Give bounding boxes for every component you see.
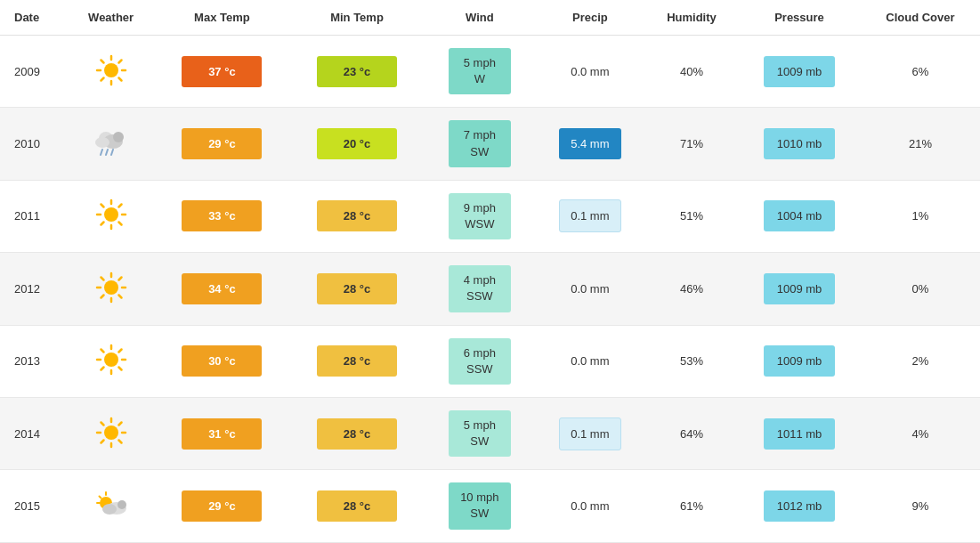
precip-value: 5.4 mm xyxy=(559,128,621,159)
table-row: 2013 30 °c28 °c6 mphSSW0.0 mm53%1009 mb2… xyxy=(0,325,980,397)
column-header-cloud-cover: Cloud Cover xyxy=(861,0,980,36)
max-temp-value: 33 °c xyxy=(182,200,262,231)
weather-icon-cell xyxy=(68,180,155,252)
max-temp-value: 37 °c xyxy=(182,56,262,87)
min-temp-value: 23 °c xyxy=(317,56,397,87)
humidity-cell: 64% xyxy=(645,397,738,469)
max-temp-cell: 34 °c xyxy=(155,253,290,325)
weather-icon xyxy=(95,220,127,233)
max-temp-value: 29 °c xyxy=(182,490,262,522)
weather-icon xyxy=(95,365,127,378)
column-header-date: Date xyxy=(0,0,68,36)
pressure-cell: 1010 mb xyxy=(738,108,861,180)
min-temp-value: 28 °c xyxy=(317,345,397,377)
cloud-cover-cell: 21% xyxy=(861,108,980,180)
humidity-cell: 71% xyxy=(645,108,738,180)
min-temp-cell: 28 °c xyxy=(289,180,425,252)
max-temp-value: 31 °c xyxy=(182,418,262,450)
column-header-min-temp: Min Temp xyxy=(289,0,425,36)
svg-point-16 xyxy=(104,207,118,222)
weather-icon xyxy=(93,148,129,161)
pressure-cell: 1009 mb xyxy=(738,325,861,397)
pressure-cell: 1004 mb xyxy=(738,180,861,252)
min-temp-cell: 28 °c xyxy=(289,253,425,325)
weather-icon xyxy=(93,510,129,523)
year-cell: 2012 xyxy=(0,253,68,325)
svg-line-48 xyxy=(101,422,103,425)
precip-cell: 0.0 mm xyxy=(535,325,645,397)
year-cell: 2011 xyxy=(0,180,68,252)
max-temp-cell: 37 °c xyxy=(155,36,290,108)
wind-cell: 9 mphWSW xyxy=(425,180,535,252)
svg-line-50 xyxy=(118,422,121,425)
wind-value: 9 mphWSW xyxy=(449,193,511,239)
weather-icon xyxy=(95,76,127,89)
max-temp-cell: 33 °c xyxy=(155,180,290,252)
pressure-value: 1009 mb xyxy=(764,56,835,87)
weather-icon xyxy=(95,438,127,451)
wind-cell: 10 mphSW xyxy=(425,470,535,542)
cloud-cover-cell: 6% xyxy=(861,36,980,108)
column-header-weather: Weather xyxy=(68,0,155,36)
max-temp-value: 30 °c xyxy=(182,345,262,377)
svg-line-40 xyxy=(118,368,121,370)
year-cell: 2010 xyxy=(0,108,68,180)
svg-line-21 xyxy=(101,205,103,207)
min-temp-value: 28 °c xyxy=(317,200,397,231)
weather-icon-cell xyxy=(68,253,155,325)
precip-cell: 5.4 mm xyxy=(535,108,645,180)
precip-value: 0.0 mm xyxy=(559,490,621,522)
svg-line-22 xyxy=(118,223,121,225)
weather-icon-cell xyxy=(68,470,155,542)
wind-value: 5 mphW xyxy=(449,48,511,94)
min-temp-cell: 28 °c xyxy=(289,397,425,469)
svg-line-51 xyxy=(101,440,103,442)
max-temp-value: 29 °c xyxy=(182,128,262,159)
svg-line-15 xyxy=(111,150,113,155)
svg-line-55 xyxy=(99,496,101,498)
weather-icon-cell xyxy=(68,36,155,108)
svg-point-25 xyxy=(104,280,118,295)
weather-data-table: DateWeatherMax TempMin TempWindPrecipHum… xyxy=(0,0,980,543)
max-temp-cell: 30 °c xyxy=(155,325,290,397)
svg-line-30 xyxy=(101,277,103,280)
svg-line-32 xyxy=(118,277,121,280)
table-row: 2011 33 °c28 °c9 mphWSW0.1 mm51%1004 mb1… xyxy=(0,180,980,252)
min-temp-cell: 28 °c xyxy=(289,470,425,542)
cloud-cover-cell: 0% xyxy=(861,253,980,325)
precip-cell: 0.1 mm xyxy=(535,397,645,469)
pressure-cell: 1009 mb xyxy=(738,36,861,108)
svg-line-7 xyxy=(118,60,121,62)
max-temp-cell: 29 °c xyxy=(155,108,290,180)
cloud-cover-cell: 2% xyxy=(861,325,980,397)
precip-cell: 0.0 mm xyxy=(535,253,645,325)
svg-line-41 xyxy=(118,350,121,353)
wind-cell: 5 mphW xyxy=(425,36,535,108)
cloud-cover-cell: 1% xyxy=(861,180,980,252)
pressure-value: 1011 mb xyxy=(764,418,835,450)
pressure-cell: 1012 mb xyxy=(738,470,861,542)
max-temp-cell: 31 °c xyxy=(155,397,290,469)
column-header-humidity: Humidity xyxy=(645,0,738,36)
table-row: 2009 37 °c23 °c5 mphW0.0 mm40%1009 mb6% xyxy=(0,36,980,108)
svg-line-6 xyxy=(118,77,121,80)
svg-line-33 xyxy=(101,295,103,297)
wind-cell: 5 mphSW xyxy=(425,397,535,469)
year-cell: 2015 xyxy=(0,470,68,542)
wind-value: 5 mphSW xyxy=(449,410,511,457)
svg-point-43 xyxy=(104,425,118,440)
max-temp-value: 34 °c xyxy=(182,273,262,304)
wind-cell: 7 mphSW xyxy=(425,108,535,180)
humidity-cell: 53% xyxy=(645,325,738,397)
svg-line-49 xyxy=(118,440,121,442)
svg-line-24 xyxy=(101,223,103,225)
svg-line-13 xyxy=(101,150,102,155)
weather-icon-cell xyxy=(68,108,155,180)
min-temp-cell: 20 °c xyxy=(289,108,425,180)
min-temp-cell: 23 °c xyxy=(289,36,425,108)
table-row: 2014 31 °c28 °c5 mphSW0.1 mm64%1011 mb4% xyxy=(0,397,980,469)
min-temp-value: 28 °c xyxy=(317,418,397,450)
precip-value: 0.1 mm xyxy=(559,417,621,450)
wind-value: 10 mphSW xyxy=(449,482,511,529)
weather-icon-cell xyxy=(68,397,155,469)
